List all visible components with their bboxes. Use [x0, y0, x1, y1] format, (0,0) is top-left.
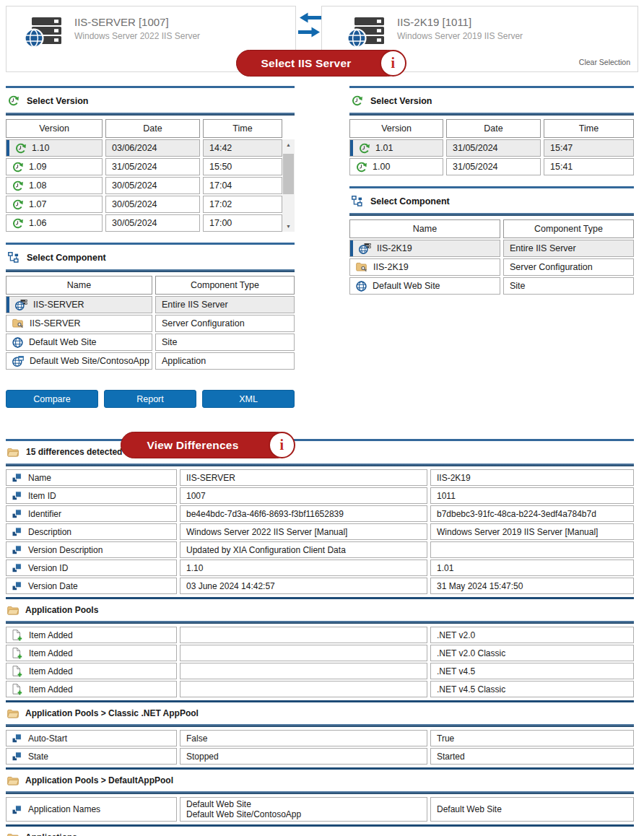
component-type-cell: Server Configuration — [155, 315, 295, 332]
component-type-cell: Site — [155, 334, 295, 351]
component-name-cell: IIS-2K19 — [349, 240, 500, 257]
section-divider-thick — [6, 621, 634, 624]
component-name-cell: IIS-SERVER — [6, 315, 152, 332]
component-icon-slot — [356, 262, 367, 272]
component-section-right: Select Component Name Component Type IIS… — [349, 186, 634, 295]
diff-left-value-cell: 1007 — [180, 487, 427, 504]
item-changed-icon — [12, 752, 22, 761]
component-section-left: Select Component Name Component Type IIS… — [6, 243, 295, 370]
server-title: IIS-SERVER [1007] — [74, 16, 200, 28]
section-title: Select Component — [27, 253, 106, 263]
diff-type-icon-slot — [12, 805, 22, 814]
folder-icon — [7, 776, 19, 785]
server-subtitle: Windows Server 2019 IIS Server — [397, 31, 523, 41]
component-type-cell: Application — [155, 352, 295, 370]
diff-type-icon-slot — [12, 733, 22, 743]
date-cell: 30/05/2024 — [105, 196, 200, 213]
item-changed-icon — [12, 527, 22, 536]
selection-columns: Select Version Version Date Time 1.10 03… — [0, 86, 644, 408]
folder-icon — [7, 833, 19, 836]
diff-label-cell: Item Added — [6, 681, 177, 697]
folder-icon-slot — [7, 448, 19, 457]
xml-button[interactable]: XML — [202, 390, 295, 408]
iis-server-small-icon — [359, 243, 371, 254]
component-type-cell: Site — [503, 277, 634, 295]
diff-type-icon-slot — [12, 545, 22, 554]
diff-label-cell: Item ID — [6, 487, 177, 504]
component-name-cell: Default Web Site/ContosoApp — [6, 352, 152, 370]
server-title: IIS-2K19 [1011] — [397, 16, 523, 28]
folder-icon-slot — [7, 833, 19, 836]
differences-table: Application Names Default Web Site Defau… — [6, 797, 634, 822]
diff-label-cell: Name — [6, 469, 177, 486]
scroll-up-arrow[interactable]: ▲ — [282, 140, 295, 149]
differences-list: Name IIS-SERVER IIS-2K19 Item ID 1007 10… — [6, 469, 634, 836]
version-cell: 1.08 — [6, 177, 103, 194]
diff-right-value-cell: .NET v2.0 Classic — [430, 645, 634, 661]
diff-right-value-cell: .NET v4.5 Classic — [430, 681, 634, 697]
diff-type-icon-slot — [12, 684, 22, 695]
component-name-cell: IIS-SERVER — [6, 296, 152, 313]
date-cell: 31/05/2024 — [105, 158, 200, 175]
component-icon-slot — [15, 300, 27, 310]
column-header-version: Version — [349, 119, 443, 138]
time-cell: 15:41 — [544, 158, 634, 175]
diff-right-value-cell: 1.01 — [430, 559, 634, 576]
version-history-icon — [12, 218, 23, 229]
diff-left-value-cell: Default Web Site Default Web Site/Contos… — [180, 797, 427, 822]
differences-count-text: 15 differences detected — [26, 447, 122, 457]
diff-left-value-cell: IIS-SERVER — [180, 469, 427, 486]
column-header-time: Time — [203, 119, 282, 138]
diff-label-cell: Version Date — [6, 578, 177, 594]
scroll-thumb[interactable] — [283, 154, 294, 194]
time-cell: 17:00 — [203, 214, 282, 232]
differences-table: Name IIS-SERVER IIS-2K19 Item ID 1007 10… — [6, 469, 634, 594]
version-history-icon — [12, 162, 23, 173]
date-cell: 31/05/2024 — [446, 158, 541, 175]
column-header-name: Name — [6, 276, 152, 295]
section-divider-thick — [6, 463, 634, 466]
compare-button[interactable]: Compare — [6, 390, 98, 408]
diff-right-value-cell: b7dbebc3-91fc-48ca-b224-3edf4a784b7d — [430, 505, 634, 522]
date-cell: 03/06/2024 — [105, 139, 200, 157]
diff-label-cell: Application Names — [6, 797, 177, 822]
action-buttons: CompareReportXML — [6, 390, 295, 408]
diff-left-value-cell: False — [180, 730, 427, 746]
report-button[interactable]: Report — [104, 390, 196, 408]
version-cell: 1.01 — [349, 139, 443, 157]
diff-right-value-cell: Default Web Site — [430, 797, 634, 822]
diff-left-value-cell: 03 June 2024 14:42:57 — [180, 578, 427, 594]
version-table: Version Date Time 1.01 31/05/2024 15:47 … — [349, 119, 634, 175]
column-header-type: Component Type — [155, 276, 295, 295]
diff-left-value-cell — [180, 663, 427, 679]
diff-type-icon-slot — [12, 491, 22, 500]
time-cell: 14:42 — [203, 139, 282, 157]
version-history-icon-slot — [12, 180, 23, 191]
right-server-column: Select Version Version Date Time 1.01 31… — [349, 86, 634, 295]
folder-icon-slot — [7, 709, 19, 718]
diff-type-icon-slot — [12, 752, 22, 761]
version-history-icon-slot — [12, 199, 23, 210]
section-title: Select Version — [27, 96, 88, 106]
server-selection-header: IIS-SERVER [1007] Windows Server 2022 II… — [0, 0, 644, 82]
iis-server-icon — [347, 16, 386, 49]
version-table: Version Date Time 1.10 03/06/2024 14:42 … — [6, 119, 282, 232]
time-cell: 17:04 — [203, 177, 282, 194]
site-globe-icon — [356, 281, 367, 292]
component-tree-icon — [352, 196, 362, 206]
diff-label-cell: State — [6, 748, 177, 765]
difference-group-header: Application Pools > Classic .NET AppPool — [6, 702, 634, 724]
version-history-icon-slot — [15, 143, 26, 154]
version-table-scrollbar[interactable]: ▲ ▼ — [282, 139, 295, 232]
diff-type-icon-slot — [12, 581, 22, 591]
diff-right-value-cell: Windows Server 2019 IIS Server [Manual] — [430, 523, 634, 540]
scroll-down-arrow[interactable]: ▼ — [282, 222, 295, 231]
server-configuration-icon — [356, 262, 367, 272]
clear-selection-link[interactable]: Clear Selection — [579, 58, 630, 66]
select-version-icon-slot — [8, 95, 19, 106]
callout-label: View Differences — [147, 439, 239, 452]
date-cell: 30/05/2024 — [105, 214, 200, 232]
site-globe-icon — [12, 337, 23, 348]
column-header-time: Time — [544, 119, 634, 138]
diff-label-cell: Item Added — [6, 627, 177, 643]
